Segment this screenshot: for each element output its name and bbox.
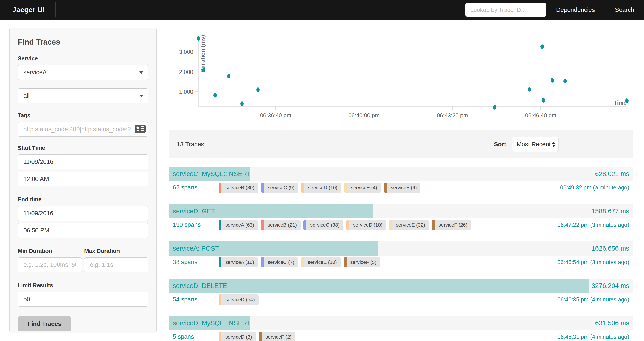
scatter-point[interactable] bbox=[563, 79, 567, 83]
y-tick-mark bbox=[195, 52, 198, 52]
trace-title-link[interactable]: serviceD: GET bbox=[173, 204, 215, 218]
start-date-input[interactable] bbox=[18, 154, 148, 169]
operation-select-value: all bbox=[23, 92, 30, 99]
service-pill: serviceF (2) bbox=[259, 332, 296, 341]
tags-input[interactable] bbox=[18, 122, 148, 137]
sort-updown-icon bbox=[552, 142, 555, 147]
max-duration-label: Max Duration bbox=[84, 248, 148, 254]
service-color-cap bbox=[261, 257, 264, 267]
span-count: 54 spans bbox=[173, 293, 198, 306]
service-pill: serviceD (10) bbox=[346, 220, 386, 230]
trace-card[interactable]: serviceC: MySQL::INSERT628.021 ms62 span… bbox=[169, 167, 633, 194]
results-panel: Duration (ms) Time 1,0002,0003,00006:36:… bbox=[169, 28, 633, 158]
scatter-point[interactable] bbox=[493, 105, 496, 110]
scatter-point[interactable] bbox=[227, 74, 230, 79]
trace-timestamp: 06:49:32 pm (a minute ago) bbox=[560, 181, 629, 194]
min-duration-input[interactable] bbox=[18, 257, 82, 272]
end-time-input[interactable] bbox=[18, 223, 148, 238]
app-title[interactable]: Jaeger UI bbox=[0, 6, 56, 14]
service-pill-label: serviceA (16) bbox=[222, 257, 258, 267]
nav-link-dependencies[interactable]: Dependencies bbox=[546, 0, 605, 20]
operation-select[interactable]: all bbox=[18, 88, 148, 103]
trace-title-link[interactable]: serviceC: MySQL::INSERT bbox=[173, 167, 251, 181]
end-date-input[interactable] bbox=[18, 206, 148, 221]
x-tick-mark bbox=[540, 106, 541, 110]
service-color-cap bbox=[261, 220, 264, 230]
service-pill: serviceE (4) bbox=[344, 183, 381, 193]
scatter-point[interactable] bbox=[240, 101, 244, 106]
chevron-down-icon bbox=[140, 95, 143, 97]
service-color-cap bbox=[301, 257, 304, 267]
service-pill: serviceE (32) bbox=[389, 220, 429, 230]
max-duration-input[interactable] bbox=[84, 257, 148, 272]
service-pill: serviceC (38) bbox=[304, 220, 344, 230]
duration-scatter-chart: Duration (ms) Time 1,0002,0003,00006:36:… bbox=[169, 28, 633, 130]
trace-card[interactable]: serviceD: MySQL::INSERT631.506 ms5 spans… bbox=[169, 316, 633, 341]
scatter-point[interactable] bbox=[542, 98, 545, 103]
trace-timestamp: 06:46:31 pm (4 minutes ago) bbox=[557, 330, 629, 341]
service-pill: serviceB (30) bbox=[218, 183, 258, 193]
scatter-point[interactable] bbox=[528, 87, 531, 92]
service-pill-label: serviceE (10) bbox=[304, 257, 341, 267]
service-select[interactable]: serviceA bbox=[18, 65, 148, 80]
service-pill-label: serviceD (10) bbox=[304, 183, 341, 193]
service-color-cap bbox=[344, 183, 347, 193]
trace-lookup-input[interactable] bbox=[466, 3, 546, 17]
end-time-label: End time bbox=[18, 196, 148, 203]
scatter-point[interactable] bbox=[625, 99, 628, 103]
sort-label: Sort bbox=[494, 141, 506, 148]
service-color-cap bbox=[218, 220, 222, 230]
trace-card[interactable]: serviceD: GET1588.677 ms190 spansservice… bbox=[169, 204, 633, 232]
service-pill-label: serviceE (4) bbox=[347, 183, 381, 193]
x-tick-label: 06:43:20 pm bbox=[428, 112, 477, 119]
search-sidebar: Find Traces Service serviceA all Tags St… bbox=[10, 28, 156, 332]
service-pill-label: serviceF (26) bbox=[435, 220, 471, 230]
y-tick-mark bbox=[195, 92, 198, 92]
trace-title-link[interactable]: serviceA: POST bbox=[173, 241, 219, 256]
service-pill-label: serviceA (63) bbox=[222, 220, 258, 230]
limit-results-input[interactable] bbox=[18, 292, 148, 307]
scatter-point[interactable] bbox=[540, 44, 544, 49]
trace-card[interactable]: serviceD: DELETE3276.204 ms54 spansservi… bbox=[169, 278, 633, 306]
chevron-down-icon bbox=[140, 72, 143, 74]
service-color-cap bbox=[218, 294, 222, 305]
service-select-value: serviceA bbox=[23, 69, 47, 76]
x-tick-label: 06:46:40 pm bbox=[516, 112, 566, 119]
top-nav: Jaeger UI Dependencies Search bbox=[0, 0, 644, 20]
find-traces-button[interactable]: Find Traces bbox=[18, 316, 71, 331]
autofill-contact-icon[interactable] bbox=[135, 125, 146, 134]
trace-duration: 631.506 ms bbox=[595, 316, 629, 330]
trace-results-list: serviceC: MySQL::INSERT628.021 ms62 span… bbox=[169, 167, 633, 341]
service-pill-label: serviceC (9) bbox=[264, 183, 298, 193]
start-time-input[interactable] bbox=[18, 172, 148, 186]
service-pill: serviceD (3) bbox=[218, 332, 256, 341]
scatter-point[interactable] bbox=[550, 78, 554, 83]
sort-select[interactable]: Most Recent bbox=[512, 137, 559, 152]
service-pill-label: serviceF (9) bbox=[387, 183, 420, 193]
trace-title-link[interactable]: serviceD: DELETE bbox=[173, 279, 227, 293]
service-pill-label: serviceF (2) bbox=[262, 332, 296, 341]
nav-divider bbox=[56, 3, 56, 17]
service-pill: serviceE (10) bbox=[301, 257, 341, 267]
sort-bar: 13 Traces Sort Most Recent bbox=[169, 130, 633, 158]
x-axis-title: Time bbox=[614, 100, 626, 106]
trace-count: 13 Traces bbox=[176, 141, 204, 148]
nav-link-search[interactable]: Search bbox=[605, 0, 644, 20]
scatter-point[interactable] bbox=[197, 36, 200, 41]
trace-title-link[interactable]: serviceD: MySQL::INSERT bbox=[173, 316, 251, 330]
service-color-cap bbox=[389, 220, 392, 230]
sort-select-value: Most Recent bbox=[517, 141, 551, 148]
service-color-cap bbox=[432, 220, 435, 230]
trace-timestamp: 06:46:35 pm (4 minutes ago) bbox=[557, 293, 629, 306]
scatter-point[interactable] bbox=[214, 93, 217, 98]
span-count: 190 spans bbox=[173, 218, 201, 231]
service-color-cap bbox=[384, 183, 387, 193]
scatter-point[interactable] bbox=[256, 88, 260, 92]
span-count: 38 spans bbox=[173, 256, 198, 269]
y-tick-label: 1,000 bbox=[169, 89, 193, 95]
service-pill-label: serviceB (30) bbox=[222, 183, 258, 193]
service-pill: serviceD (10) bbox=[301, 183, 341, 193]
trace-duration: 628.021 ms bbox=[595, 167, 629, 181]
scatter-point[interactable] bbox=[202, 68, 205, 72]
trace-card[interactable]: serviceA: POST1626.656 ms38 spansservice… bbox=[169, 241, 633, 269]
